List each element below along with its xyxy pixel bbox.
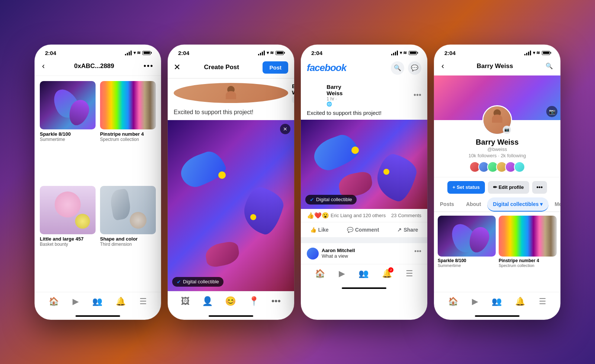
post-user-name: Barry Weiss [327,84,342,96]
like-button[interactable]: 👍 Like [304,224,335,236]
feed-digital-badge: ✔ Digital collectible [305,195,357,204]
battery-fill [543,52,549,54]
media-toolbar: 🖼 👤 😊 📍 ••• [168,291,294,314]
tab-posts[interactable]: Posts [434,197,460,212]
search-button[interactable]: 🔍 [546,62,553,70]
nav-bell-icon[interactable]: 🔔 [515,297,525,306]
status-icons-2: ▾ ≋ [258,50,284,55]
nav-groups-icon[interactable]: 👥 [358,269,369,278]
nft-item-shape-color[interactable]: Shape and color Third dimension [100,186,156,287]
following-count[interactable]: 2k following [501,153,526,158]
media-photo-icon[interactable]: 🖼 [181,296,190,306]
wifi-icon-4: ▾ ≋ [533,50,540,55]
more-options-button[interactable]: ••• [532,181,547,194]
post-time: 1 hr · 🌐 [327,96,342,107]
signal-bar [258,54,259,55]
post-text[interactable]: Excited to support this project! [168,107,294,120]
post-more-button[interactable]: ••• [414,91,421,99]
profile-header-name: Barry Weiss [477,62,513,70]
phone-nft-gallery: 2:04 ▾ ≋ ‹ 0xABC...2889 ••• [35,45,161,320]
back-button[interactable]: ‹ [441,61,444,71]
gallery-header: ‹ 0xABC...2889 ••• [35,58,161,76]
nft-title: Sparkle 8/100 [40,131,96,137]
tab-about[interactable]: About [460,197,487,212]
nav-video-icon[interactable]: ▶ [73,297,79,306]
post-button[interactable]: Post [263,61,288,74]
profile-nft-gallery: Sparkle 8/100 Summertime Pinstripe numbe… [434,212,560,292]
like-label: Like [318,227,329,233]
messenger-button[interactable]: 💬 [408,61,421,75]
nft-item-little-large[interactable]: Little and large 457 Basket bounty [40,186,96,287]
more-button[interactable]: ••• [144,62,154,70]
avatar-camera-icon[interactable]: 📷 [503,126,511,134]
comment-more-button[interactable]: ••• [414,248,421,255]
phones-container: 2:04 ▾ ≋ ‹ 0xABC...2889 ••• [27,30,568,335]
edit-profile-button[interactable]: ✏ Edit profile [488,181,529,194]
nav-bell-icon[interactable]: 🔔 [116,297,126,306]
signal-bar [127,53,128,55]
status-time-1: 2:04 [45,50,56,56]
back-button[interactable]: ‹ [42,61,45,71]
nav-video-icon[interactable]: ▶ [472,297,478,306]
art-dot-1 [218,171,226,179]
profile-nft-image-sparkle [438,216,496,257]
nav-bell-icon[interactable]: 🔔2 [382,269,392,278]
signal-bar [393,53,394,55]
nav-home-icon[interactable]: 🏠 [448,297,458,306]
media-location-icon[interactable]: 📍 [248,296,260,306]
verified-check-icon: ✔ [177,279,181,285]
set-status-button[interactable]: + Set status [447,181,485,194]
profile-nft-title: Pinstripe number 4 [499,258,557,263]
user-name: Barry Weiss [292,83,294,96]
reactions-text[interactable]: Eric Liang and 120 others [331,213,386,218]
nav-video-icon[interactable]: ▶ [339,269,345,278]
nav-home-icon[interactable]: 🏠 [49,297,59,306]
post-user-meta: Barry Weiss 1 hr · 🌐 [327,84,342,107]
signal-bars-4 [524,51,531,55]
like-icon: 👍 [310,227,316,233]
comment-button[interactable]: 💬 Comment [341,224,385,236]
nav-menu-icon[interactable]: ☰ [406,269,413,278]
nav-groups-icon[interactable]: 👥 [492,297,502,306]
privacy-badge[interactable]: 🌐 Public ▾ [292,96,294,103]
home-indicator-2 [209,315,253,317]
followers-count[interactable]: 10k followers [469,153,497,158]
facebook-logo: facebook [307,62,346,74]
tab-mentions[interactable]: Mention [549,197,560,212]
media-emoji-icon[interactable]: 😊 [225,296,236,306]
comments-count[interactable]: 23 Comments [391,213,421,218]
create-post-title: Create Post [204,64,239,71]
media-tag-icon[interactable]: 👤 [202,296,213,306]
friend-avatar-6[interactable] [514,161,525,173]
profile-nft-subtitle: Summertime [438,263,496,268]
post-user-row: Barry Weiss 🌐 Public ▾ [168,78,294,107]
nav-menu-icon[interactable]: ☰ [539,297,546,306]
friends-avatars-row [462,161,533,173]
comment-avatar [307,248,319,260]
close-image-button[interactable]: ✕ [280,124,290,134]
profile-nft-pinstripe[interactable]: Pinstripe number 4 Spectrum collection [499,216,557,288]
wifi-icon-1: ▾ ≋ [134,50,141,55]
nft-grid: Sparkle 8/100 Summertime Pinstripe numbe… [35,76,161,292]
signal-bars-3 [391,51,398,55]
nav-menu-icon[interactable]: ☰ [139,297,147,306]
close-button[interactable]: ✕ [174,62,180,72]
comment-icon: 💬 [347,227,353,233]
nav-home-icon[interactable]: 🏠 [315,269,325,278]
profile-actions: + Set status ✏ Edit profile ••• [434,177,560,197]
nft-item-sparkle[interactable]: Sparkle 8/100 Summertime [40,81,96,182]
media-more-icon[interactable]: ••• [271,296,281,306]
signal-bar [391,54,392,55]
status-bar-4: 2:04 ▾ ≋ [434,45,560,58]
share-button[interactable]: ↗ Share [391,224,424,236]
post-user-info: Barry Weiss 1 hr · 🌐 [307,84,342,107]
status-time-4: 2:04 [444,50,456,56]
tab-digital-collectibles[interactable]: Digital collectibles ▾ [487,197,549,212]
comment-section: Aaron Mitchell What a view ••• [301,243,427,264]
create-post-header: ✕ Create Post Post [168,58,294,78]
status-bar-3: 2:04 ▾ ≋ [301,45,427,58]
nav-groups-icon[interactable]: 👥 [92,297,102,306]
profile-nft-sparkle[interactable]: Sparkle 8/100 Summertime [438,216,496,288]
search-button[interactable]: 🔍 [391,61,404,75]
nft-item-pinstripe[interactable]: Pinstripe number 4 Spectrum collection [100,81,156,182]
